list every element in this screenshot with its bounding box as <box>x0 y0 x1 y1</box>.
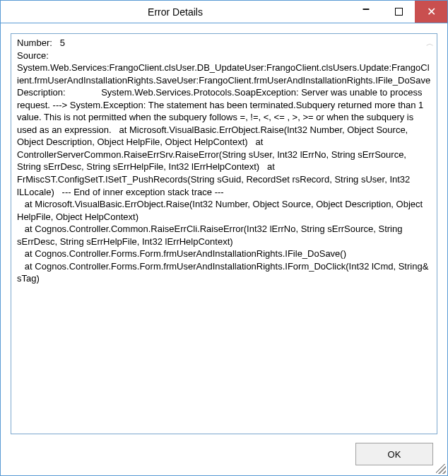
titlebar[interactable]: Error Details – ✕ <box>1 1 447 23</box>
close-button[interactable]: ✕ <box>415 1 447 23</box>
scroll-up-icon[interactable]: ︿ <box>426 38 434 49</box>
window-title: Error Details <box>1 6 350 18</box>
resize-grip-icon[interactable] <box>436 464 446 474</box>
minimize-icon: – <box>362 1 370 16</box>
close-icon: ✕ <box>427 5 436 18</box>
window-controls: – ✕ <box>350 1 447 23</box>
button-row: OK <box>11 434 437 465</box>
error-details-textbox[interactable]: ︿ Number: 5 Source: System.Web.Services:… <box>11 33 437 434</box>
minimize-button[interactable]: – <box>350 1 382 23</box>
content-area: ︿ Number: 5 Source: System.Web.Services:… <box>1 23 447 475</box>
content-wrapper: ︿ Number: 5 Source: System.Web.Services:… <box>1 23 447 475</box>
error-details-text: Number: 5 Source: System.Web.Services:Fr… <box>17 37 431 285</box>
ok-button[interactable]: OK <box>355 443 433 465</box>
maximize-icon <box>395 8 403 16</box>
maximize-button[interactable] <box>382 1 415 23</box>
error-dialog-window: Error Details – ✕ ︿ Number: 5 Source: Sy… <box>0 0 448 476</box>
